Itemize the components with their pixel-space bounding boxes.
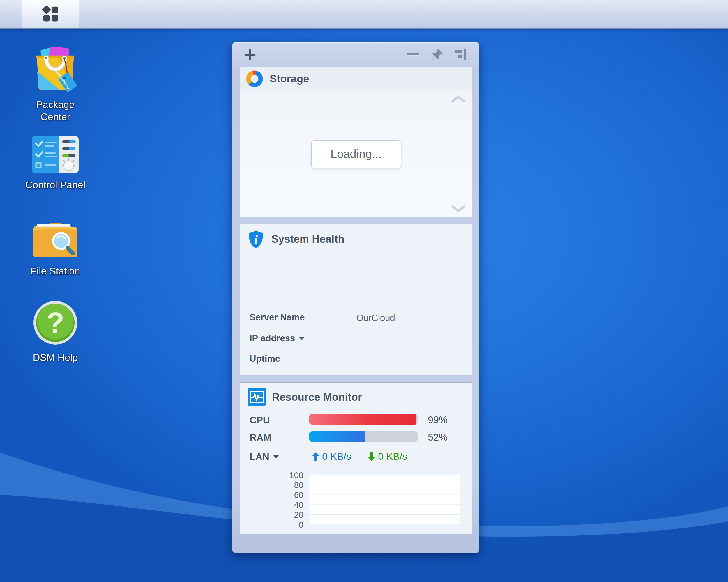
minimize-panel-button[interactable]: [407, 48, 420, 61]
loading-text: Loading...: [331, 147, 382, 161]
server-name-value: OurCloud: [357, 313, 395, 323]
y-tick: 80: [240, 480, 304, 490]
arrow-up-icon: [312, 452, 320, 462]
caret-down-icon: [299, 337, 304, 340]
desktop-icon-dsm-help[interactable]: ? DSM Help: [20, 300, 90, 363]
lan-chart-y-axis: 100 80 60 40 20 0: [240, 475, 304, 524]
y-tick: 100: [240, 471, 304, 480]
system-health-widget: i System Health Server Name OurCloud IP …: [240, 224, 472, 375]
chevron-down-icon[interactable]: [451, 205, 466, 213]
svg-text:i: i: [254, 233, 258, 246]
organize-widgets-button[interactable]: [454, 48, 467, 61]
server-name-label: Server Name: [250, 312, 305, 323]
desktop-icon-control-panel[interactable]: Control Panel: [20, 136, 90, 191]
lan-dropdown[interactable]: LAN: [250, 451, 279, 463]
storage-loading-box: Loading...: [311, 140, 401, 168]
caret-down-icon: [274, 455, 279, 459]
chevron-up-icon[interactable]: [451, 95, 466, 103]
control-panel-icon: [32, 136, 79, 173]
y-tick: 0: [240, 520, 304, 530]
uptime-label: Uptime: [250, 354, 280, 364]
resource-monitor-widget: Resource Monitor CPU 99% RAM 52% LAN 0 K…: [240, 382, 472, 534]
storage-widget-header[interactable]: Storage: [240, 67, 472, 91]
lan-stats: 0 KB/s 0 KB/s: [312, 451, 407, 462]
arrow-down-icon: [367, 452, 375, 462]
add-widget-button[interactable]: [243, 48, 256, 61]
cpu-usage-bar: [309, 414, 418, 424]
desktop-icon-label: DSM Help: [20, 351, 90, 363]
dsm-help-icon: ?: [33, 300, 78, 345]
widget-panel: Storage Loading... i System Health Serve…: [232, 42, 479, 553]
y-tick: 60: [240, 490, 304, 500]
pulse-monitor-icon: [248, 388, 266, 406]
organize-widgets-icon: [455, 49, 467, 61]
info-shield-icon: i: [248, 229, 264, 251]
ram-usage-bar: [309, 431, 418, 442]
storage-widget-body: Loading...: [240, 91, 472, 217]
main-menu-button[interactable]: [22, 0, 79, 28]
pin-panel-button[interactable]: [431, 48, 443, 61]
y-tick: 20: [240, 510, 304, 520]
lan-traffic-chart: [309, 475, 460, 524]
svg-text:?: ?: [46, 306, 64, 339]
package-center-icon: Package Center: [33, 47, 77, 92]
storage-widget: Storage Loading...: [240, 67, 472, 217]
desktop-icon-package-center[interactable]: Package Center Package Center: [20, 47, 90, 123]
ram-label: RAM: [250, 432, 271, 443]
cpu-label: CPU: [250, 415, 270, 426]
app-grid-icon: [42, 5, 59, 22]
ip-address-dropdown[interactable]: IP address: [250, 333, 304, 344]
desktop-icon-label: Package Center: [20, 99, 90, 123]
ram-bar-fill: [309, 431, 365, 442]
widget-panel-header: [232, 43, 479, 67]
minus-icon: [407, 53, 419, 56]
file-station-icon: [32, 221, 79, 259]
y-tick: 40: [240, 500, 304, 510]
storage-widget-title: Storage: [270, 73, 309, 85]
plus-icon: [244, 49, 256, 60]
desktop-icon-label: File Station: [20, 265, 90, 277]
pin-icon: [431, 48, 443, 61]
cpu-percent: 99%: [428, 414, 448, 425]
system-health-title: System Health: [271, 233, 344, 245]
lan-upload-value: 0 KB/s: [322, 451, 351, 462]
system-health-header[interactable]: i System Health: [240, 224, 472, 251]
resource-monitor-title: Resource Monitor: [272, 391, 362, 403]
desktop-icon-file-station[interactable]: File Station: [20, 221, 90, 277]
donut-chart-icon: [245, 70, 264, 88]
ram-percent: 52%: [428, 432, 448, 443]
lan-download-value: 0 KB/s: [378, 451, 407, 462]
cpu-bar-fill: [309, 414, 416, 424]
resource-monitor-header[interactable]: Resource Monitor: [240, 383, 472, 406]
desktop-icon-label: Control Panel: [20, 179, 90, 191]
taskbar: [0, 0, 728, 29]
